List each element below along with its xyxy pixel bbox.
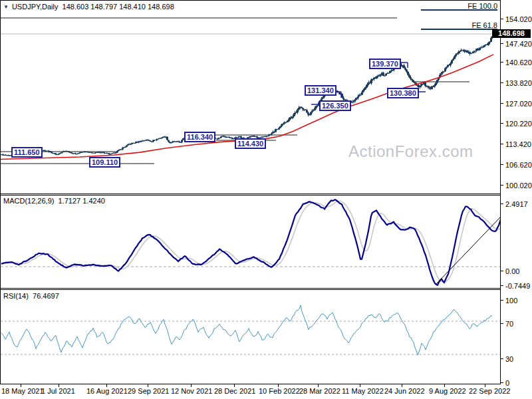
macd-indicator-values: 1.7127 1.4240 xyxy=(59,197,105,205)
price-axis-label: 113.420 xyxy=(505,140,531,148)
date-axis-label: 12 Nov 2021 xyxy=(171,387,212,395)
rsi-axis-label: 0 xyxy=(505,379,509,387)
price-level-annotation: 130.380 xyxy=(387,88,419,98)
trading-chart-window: ▼USDJPY,Daily 148.603 148.797 148.410 14… xyxy=(0,0,532,399)
current-price-box: 148.698 xyxy=(492,29,531,38)
fibonacci-extension-label: FE 61.8 xyxy=(471,21,497,29)
chart-header: ▼USDJPY,Daily 148.603 148.797 148.410 14… xyxy=(3,3,174,11)
price-level-annotation: 111.650 xyxy=(11,147,43,158)
macd-axis-label: 2.4917 xyxy=(505,200,528,208)
rsi-line xyxy=(1,305,492,355)
rsi-axis-label: 70 xyxy=(505,320,513,328)
actionforex-watermark: ActionForex.com xyxy=(348,142,473,161)
date-axis-label: 18 May 2021 xyxy=(1,387,44,395)
date-axis-label: 29 Sep 2021 xyxy=(128,387,169,395)
macd-trendline xyxy=(436,217,500,285)
date-axis-label: 28 Mar 2022 xyxy=(299,387,340,395)
price-axis-label: 140.620 xyxy=(505,59,532,66)
date-axis-label: 24 Jun 2022 xyxy=(384,387,425,395)
rsi-panel-title: RSI(14) 76.4697 xyxy=(3,292,59,300)
price-axis-label: 133.820 xyxy=(505,79,532,87)
price-axis-label: 100.020 xyxy=(505,182,532,190)
macd-axis-label: 0.00 xyxy=(505,267,519,275)
date-axis-label: 16 Aug 2021 xyxy=(86,387,128,395)
date-axis-label: 9 Aug 2022 xyxy=(429,387,466,395)
chevron-down-icon[interactable]: ▼ xyxy=(3,4,9,10)
rsi-axis-label: 30 xyxy=(505,355,513,363)
price-level-annotation: 139.370 xyxy=(369,59,401,69)
price-level-annotation: 131.340 xyxy=(305,85,336,96)
price-axis-label: 106.620 xyxy=(505,161,532,169)
price-axis-label: 127.020 xyxy=(505,100,532,108)
panel-borders xyxy=(0,0,501,384)
date-axis-label: 22 Sep 2022 xyxy=(469,387,510,395)
date-axis-label: 28 Dec 2021 xyxy=(214,387,255,395)
rsi-indicator-name: RSI(14) xyxy=(3,292,29,300)
price-axis-label: 120.220 xyxy=(505,120,532,128)
date-axis-label: 1 Jul 2021 xyxy=(41,387,75,395)
rsi-axis-label: 100 xyxy=(505,297,517,305)
macd-panel-title: MACD(12,26,9) 1.7127 1.4240 xyxy=(3,197,105,205)
macd-axis-label: -0.7449 xyxy=(505,282,530,290)
macd-main-line xyxy=(1,200,501,285)
fibonacci-extension-label: FE 100.0 xyxy=(467,2,497,10)
price-level-annotation: 109.110 xyxy=(89,157,120,168)
symbol-timeframe-label: USDJPY,Daily xyxy=(12,3,59,11)
macd-panel[interactable] xyxy=(1,200,501,285)
price-level-annotation: 114.430 xyxy=(235,138,266,149)
date-axis-label: 10 Feb 2022 xyxy=(259,387,300,395)
price-axis-label: 147.420 xyxy=(505,40,532,48)
price-level-annotation: 116.340 xyxy=(184,132,215,142)
price-level-annotation: 126.350 xyxy=(319,100,351,111)
rsi-indicator-values: 76.4697 xyxy=(33,292,59,300)
ohlc-values: 148.603 148.797 148.410 148.698 xyxy=(63,3,174,11)
macd-signal-line xyxy=(1,201,501,282)
macd-indicator-name: MACD(12,26,9) xyxy=(3,197,54,205)
rsi-panel[interactable] xyxy=(1,305,500,355)
date-axis-label: 11 May 2022 xyxy=(342,387,384,395)
price-axis-label: 154.020 xyxy=(505,15,532,23)
